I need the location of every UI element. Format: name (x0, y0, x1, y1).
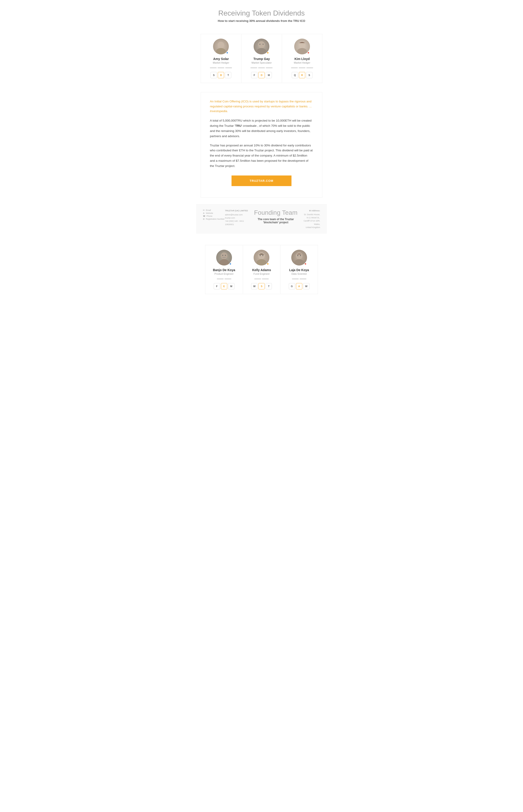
profile-name-amy: Amy Solar (213, 57, 229, 61)
profile-card-kelly: Kelly Adams Fund Engineer W S T (243, 245, 281, 294)
tag-buttons-laja: G A W (289, 283, 309, 289)
skill-bar-2 (258, 67, 265, 68)
tag-f-banjo[interactable]: F (214, 283, 220, 289)
tag-q-kim[interactable]: Q (292, 72, 298, 78)
footer-address: ⊕ Address: St. Davids House, 9-11 Wood S… (304, 209, 320, 229)
reg-label: Registration Number: (206, 218, 225, 220)
profile-role-laja: Data Scientist (291, 272, 307, 275)
tag-m-banjo[interactable]: M (228, 283, 234, 289)
svg-point-13 (258, 252, 265, 259)
profile-name-trump: Trump Gay (253, 57, 270, 61)
tag-g-laja[interactable]: G (289, 283, 295, 289)
founding-profiles-section: Banjo De Koya Product Engineer F E M (196, 234, 327, 310)
profile-role-amy: Market Hedger (213, 61, 229, 64)
founding-profiles-row: Banjo De Koya Product Engineer F E M (201, 238, 322, 301)
svg-point-4 (256, 48, 267, 54)
tag-a-laja[interactable]: A (296, 283, 302, 289)
status-dot-kelly (267, 263, 269, 265)
skill-bar-3 (306, 67, 313, 68)
skill-bars-kim (291, 67, 313, 68)
cta-wrapper: TRUZTAR.COM (210, 176, 313, 186)
avatar-kim-lloyd (294, 39, 310, 54)
founding-title: Founding Team (252, 209, 299, 216)
svg-point-18 (294, 259, 304, 265)
para2: Truztar has proposed an annual 10% to 30… (210, 143, 313, 169)
skill-bars-amy (210, 67, 232, 68)
svg-point-9 (221, 252, 228, 259)
skill-bar-2 (224, 278, 231, 280)
founding-team-header-wrapper: Founding Team The core team of the Truzt… (248, 209, 304, 224)
svg-point-17 (296, 252, 303, 259)
tag-r-kim[interactable]: R (299, 72, 305, 78)
svg-point-3 (258, 41, 265, 48)
tag-e-banjo[interactable]: E (221, 283, 227, 289)
tag-w-laja[interactable]: W (303, 283, 309, 289)
profile-name-kelly: Kelly Adams (252, 268, 271, 272)
svg-point-12 (225, 255, 226, 256)
skill-bar-1 (210, 67, 217, 68)
tag-buttons-banjo: F E M (214, 283, 234, 289)
status-dot-kim (307, 52, 309, 54)
text-content-section: An Initial Coin Offering (ICO) is used b… (201, 92, 322, 198)
svg-point-6 (263, 44, 264, 45)
svg-point-19 (297, 255, 298, 256)
svg-point-0 (218, 42, 224, 48)
website-icon: ⊕ (203, 212, 205, 214)
founding-subtitle: The core team of the Truztar 'blockchain… (252, 218, 299, 224)
address-label: ⊕ Address: (309, 210, 320, 212)
skill-bars-kelly (254, 278, 269, 280)
tag-s-kelly[interactable]: S (258, 283, 265, 289)
tag-w-kelly[interactable]: W (251, 283, 257, 289)
skill-bar-3 (266, 67, 273, 68)
tag-d-trump[interactable]: D (258, 72, 265, 78)
status-dot-amy (226, 52, 228, 54)
email-row: ✉ Email (203, 209, 225, 211)
footer-contact: ✉ Email ⊕ Website ☎ Phone ⊞ Registration… (203, 209, 225, 220)
avatar-trump-gay (254, 39, 269, 54)
avatar-kelly (254, 250, 269, 265)
company-phone: +44 (292) 140 - 0411 (225, 219, 248, 223)
svg-point-8 (297, 48, 307, 54)
tag-s-kim[interactable]: S (306, 72, 312, 78)
profile-role-kim: Market Hedger (294, 61, 310, 64)
svg-point-15 (260, 255, 260, 256)
tag-f-trump[interactable]: F (251, 72, 257, 78)
tag-s-amy[interactable]: S (211, 72, 217, 78)
tag-t-kelly[interactable]: T (266, 283, 272, 289)
tru-bold: TRU (235, 124, 241, 127)
tag-m-trump[interactable]: M (266, 72, 272, 78)
profile-card-laja: Laja De Koya Data Scientist G A W (280, 245, 318, 294)
svg-point-16 (263, 255, 263, 256)
avatar-banjo (216, 250, 232, 265)
address-value: St. Davids House, 9-11 Wood St., Cardiff… (304, 213, 320, 229)
tag-buttons-amy: S B T (211, 72, 231, 78)
section1-header: Receiving Token Dividends How to start r… (196, 0, 327, 27)
avatar-amy-solar (213, 39, 229, 54)
website-label: Website (206, 212, 213, 214)
status-dot-laja (304, 263, 307, 265)
profile-name-laja: Laja De Koya (289, 268, 309, 272)
phone-row: ☎ Phone (203, 215, 225, 217)
company-email: admin@truztar.com (225, 213, 248, 216)
profile-role-trump: Market Speculator (252, 61, 272, 64)
skill-bar-2 (218, 67, 224, 68)
cta-button[interactable]: TRUZTAR.COM (232, 176, 291, 186)
tag-t-amy[interactable]: T (225, 72, 231, 78)
phone-icon: ☎ (203, 215, 205, 217)
email-label: Email (206, 209, 211, 211)
svg-point-14 (256, 259, 267, 265)
svg-point-20 (300, 255, 301, 256)
profile-card-amy-solar: Amy Solar Market Hedger S B T (201, 34, 241, 83)
skill-bar-2 (299, 67, 305, 68)
tag-b-amy[interactable]: B (218, 72, 224, 78)
skill-bar-1 (217, 278, 223, 280)
skill-bar-3 (225, 67, 232, 68)
tag-buttons-kelly: W S T (251, 283, 272, 289)
skill-bar-2 (262, 278, 269, 280)
tag-buttons-kim: Q R S (292, 72, 312, 78)
svg-point-10 (219, 259, 229, 265)
profile-role-banjo: Product Engineer (214, 272, 234, 275)
tag-buttons-trump: F D M (251, 72, 272, 78)
company-website: truztar.com (225, 216, 248, 219)
skill-bar-1 (291, 67, 298, 68)
